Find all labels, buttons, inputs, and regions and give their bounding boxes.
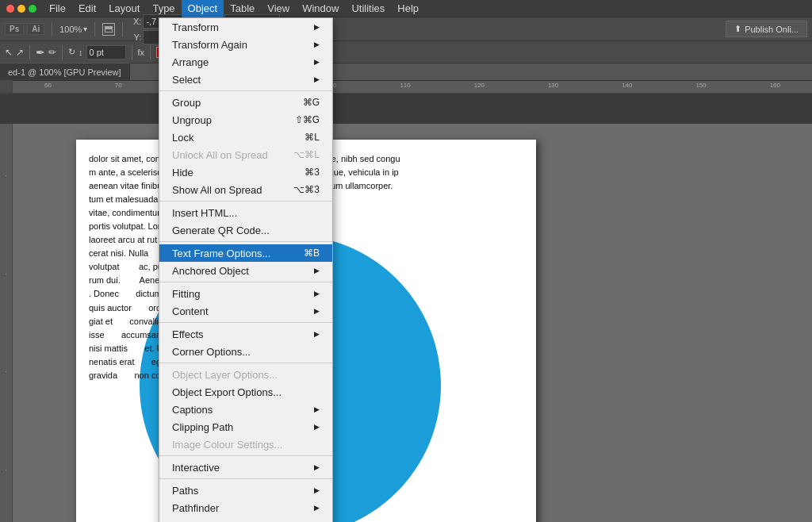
- menu-item-convert-shape[interactable]: Convert Shape: [159, 516, 332, 522]
- menu-item-anchored[interactable]: Anchored Object: [159, 262, 332, 279]
- menu-item-group[interactable]: Group⌘G: [159, 94, 332, 111]
- layout-icon[interactable]: [102, 23, 115, 36]
- menu-item-label-interactive: Interactive: [172, 462, 314, 474]
- menu-item-fitting[interactable]: Fitting: [159, 285, 332, 302]
- menu-separator-sep7: [159, 455, 332, 456]
- menu-item-ungroup[interactable]: Ungroup⇧⌘G: [159, 111, 332, 129]
- menu-item-label-captions: Captions: [172, 404, 314, 416]
- menu-separator-sep8: [159, 478, 332, 479]
- menu-item-label-transform: Transform: [172, 21, 314, 33]
- menu-item-label-select: Select: [172, 74, 314, 86]
- menu-item-transform[interactable]: Transform: [159, 18, 332, 36]
- arrow-tool[interactable]: ↖: [5, 47, 13, 58]
- ps-badge: Ps: [5, 23, 24, 35]
- menu-separator-sep4: [159, 282, 332, 282]
- menu-item-lock[interactable]: Lock⌘L: [159, 129, 332, 146]
- ruler-corner: [0, 80, 13, 93]
- menubar-item-edit[interactable]: Edit: [72, 0, 102, 17]
- tab-row: ed-1 @ 100% [GPU Preview]: [0, 63, 812, 81]
- menu-item-corner-options[interactable]: Corner Options...: [159, 343, 332, 360]
- menu-item-object-layer: Object Layer Options...: [159, 366, 332, 383]
- menubar-item-help[interactable]: Help: [391, 0, 425, 17]
- menu-item-show-all[interactable]: Show All on Spread⌥⌘3: [159, 181, 332, 198]
- menubar-item-window[interactable]: Window: [296, 0, 345, 17]
- sep2: [94, 22, 95, 36]
- document-tab[interactable]: ed-1 @ 100% [GPU Preview]: [0, 63, 130, 80]
- sep5: [29, 45, 30, 59]
- menu-item-arrange[interactable]: Arrange: [159, 53, 332, 71]
- zoom-control[interactable]: 100% ▾: [59, 25, 87, 34]
- menu-item-shortcut-group: ⌘G: [303, 97, 320, 108]
- canvas-area: dolor sit amet, consectetur adipiscing e…: [13, 124, 812, 522]
- direct-select-tool[interactable]: ↗: [16, 47, 24, 58]
- menu-item-shortcut-ungroup: ⇧⌘G: [295, 114, 320, 125]
- menubar-item-file[interactable]: File: [43, 0, 72, 17]
- menu-item-label-arrange: Arrange: [172, 56, 314, 68]
- menu-item-label-hide: Hide: [172, 167, 304, 178]
- menu-item-label-object-layer: Object Layer Options...: [172, 369, 320, 381]
- menu-item-paths[interactable]: Paths: [159, 482, 332, 499]
- menu-item-clipping-path[interactable]: Clipping Path: [159, 418, 332, 436]
- menu-item-label-show-all: Show All on Spread: [172, 184, 293, 196]
- menu-item-label-insert-html: Insert HTML...: [172, 207, 320, 219]
- object-dropdown-menu[interactable]: TransformTransform AgainArrangeSelectGro…: [159, 17, 333, 522]
- menu-item-label-object-export: Object Export Options...: [172, 386, 320, 398]
- menu-item-label-unlock-all: Unlock All on Spread: [172, 149, 293, 161]
- menu-item-label-image-colour: Image Colour Settings...: [172, 439, 320, 451]
- menu-item-label-qr-code: Generate QR Code...: [172, 225, 320, 236]
- menu-item-captions[interactable]: Captions: [159, 401, 332, 418]
- menu-item-hide[interactable]: Hide⌘3: [159, 163, 332, 181]
- menu-item-label-convert-shape: Convert Shape: [172, 520, 314, 523]
- menu-item-qr-code[interactable]: Generate QR Code...: [159, 221, 332, 239]
- pen-tool[interactable]: ✒: [36, 46, 45, 59]
- menu-item-content[interactable]: Content: [159, 302, 332, 320]
- menu-separator-sep1: [159, 90, 332, 91]
- ai-badge: Ai: [27, 23, 44, 35]
- menu-item-label-pathfinder: Pathfinder: [172, 502, 314, 514]
- menu-separator-sep6: [159, 363, 332, 363]
- menu-item-label-text-frame: Text Frame Options...: [172, 248, 304, 259]
- x-label: X:: [130, 17, 141, 26]
- menu-separator-sep2: [159, 201, 332, 202]
- ruler-vertical: ····: [0, 124, 13, 522]
- menu-item-label-paths: Paths: [172, 485, 314, 497]
- fx-label: fx: [138, 48, 145, 57]
- toolbar-row3: ↖ ↗ ✒ ✏ ↻ ↕ fx ━━━━ ⊞ ≡: [0, 41, 812, 63]
- sep8: [150, 45, 151, 59]
- menu-item-pathfinder[interactable]: Pathfinder: [159, 499, 332, 516]
- sep3: [122, 22, 123, 36]
- menubar-item-utilities[interactable]: Utilities: [345, 0, 391, 17]
- y-label: Y:: [130, 33, 141, 42]
- sep: [52, 22, 52, 36]
- zoom-dropdown-icon[interactable]: ▾: [83, 25, 87, 33]
- menu-item-interactive[interactable]: Interactive: [159, 459, 332, 476]
- menu-item-text-frame[interactable]: Text Frame Options...⌘B: [159, 244, 332, 262]
- rotation-field[interactable]: [86, 45, 126, 59]
- rotate-label: ↻: [68, 47, 75, 57]
- menu-separator-sep3: [159, 241, 332, 242]
- pencil-tool[interactable]: ✏: [48, 47, 56, 58]
- publish-button[interactable]: ⬆ Publish Onli...: [726, 21, 807, 37]
- zoom-value: 100%: [59, 25, 82, 34]
- menu-item-label-content: Content: [172, 305, 314, 317]
- menu-item-shortcut-show-all: ⌥⌘3: [293, 184, 320, 195]
- menu-item-label-corner-options: Corner Options...: [172, 346, 320, 358]
- sep6: [62, 45, 63, 59]
- menu-item-effects[interactable]: Effects: [159, 325, 332, 343]
- toolbar-row2: Ps Ai 100% ▾ X: ⬡: [0, 17, 812, 41]
- publish-icon: ⬆: [734, 24, 741, 34]
- top-section: FileEditLayoutTypeObjectTableViewWindowU…: [0, 0, 812, 124]
- menu-item-label-effects: Effects: [172, 328, 314, 340]
- menu-item-label-lock: Lock: [172, 132, 304, 144]
- menu-item-insert-html[interactable]: Insert HTML...: [159, 204, 332, 221]
- menu-item-object-export[interactable]: Object Export Options...: [159, 383, 332, 401]
- ruler-numbers: 60708090100110120130140150160: [13, 82, 812, 89]
- ruler-horizontal: 60708090100110120130140150160: [0, 81, 812, 94]
- menu-bar: FileEditLayoutTypeObjectTableViewWindowU…: [0, 0, 812, 17]
- publish-label: Publish Onli...: [745, 25, 799, 34]
- menu-item-label-group: Group: [172, 97, 303, 109]
- menu-item-select[interactable]: Select: [159, 71, 332, 88]
- menu-item-shortcut-hide: ⌘3: [304, 167, 320, 178]
- menu-item-label-transform-again: Transform Again: [172, 39, 314, 51]
- menu-item-transform-again[interactable]: Transform Again: [159, 36, 332, 53]
